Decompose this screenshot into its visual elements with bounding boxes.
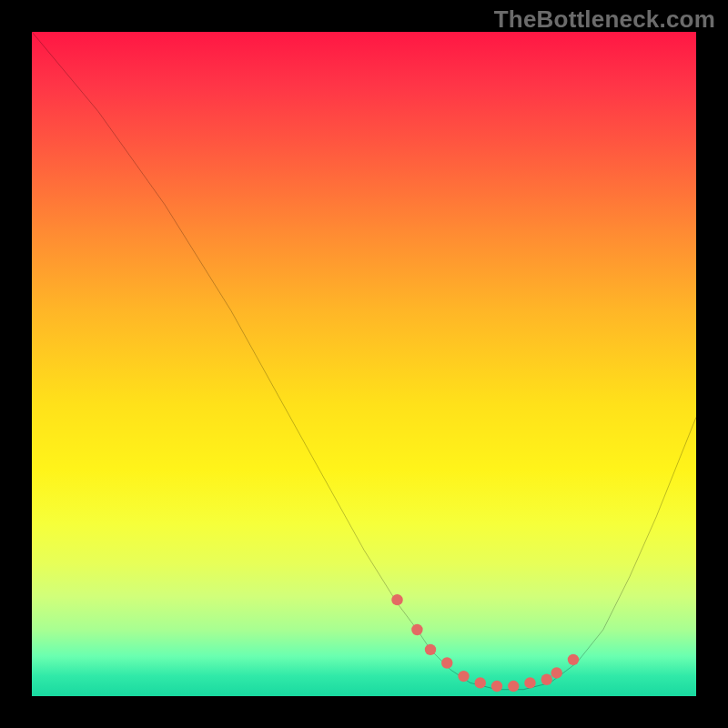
chart-frame: { "watermark": "TheBottleneck.com", "col…	[0, 0, 728, 728]
watermark-label: TheBottleneck.com	[494, 5, 715, 34]
gradient-plot-area	[32, 32, 696, 696]
